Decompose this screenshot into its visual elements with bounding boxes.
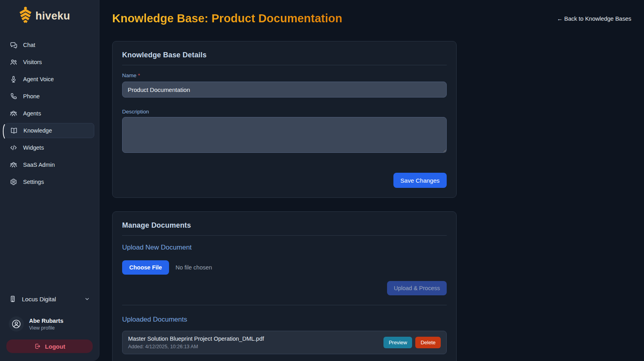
- uploaded-documents-heading: Uploaded Documents: [122, 316, 447, 324]
- sidebar-nav: Chat Visitors Agent Voic: [0, 37, 99, 191]
- no-file-chosen-text: No file chosen: [175, 264, 212, 271]
- phone-icon: [10, 92, 18, 100]
- book-open-icon: [10, 127, 18, 135]
- delete-button[interactable]: Delete: [415, 337, 441, 348]
- document-name: Master Solution Blueprint Project Operat…: [128, 336, 264, 342]
- user-profile[interactable]: Abe Rubarts View profile: [6, 316, 93, 332]
- document-row: Master Solution Blueprint Project Operat…: [122, 331, 447, 354]
- sidebar-item-label: Settings: [23, 179, 44, 185]
- back-to-knowledge-bases-link[interactable]: ← Back to Knowledge Bases: [557, 16, 631, 22]
- sidebar-item-phone[interactable]: Phone: [5, 89, 94, 104]
- sidebar-item-agents[interactable]: Agents: [5, 106, 94, 121]
- sidebar-item-visitors[interactable]: Visitors: [5, 55, 94, 70]
- document-added-date: Added: 4/12/2025, 10:26:13 AM: [128, 344, 264, 349]
- sidebar-item-chat[interactable]: Chat: [5, 37, 94, 53]
- sidebar-item-label: Knowledge: [23, 127, 52, 134]
- sidebar-item-saas-admin[interactable]: SaaS Admin: [5, 157, 94, 172]
- sidebar-item-label: Phone: [23, 93, 40, 100]
- sidebar-item-label: Widgets: [23, 144, 44, 151]
- name-label: Name *: [122, 72, 447, 78]
- gear-icon: [10, 178, 18, 186]
- hiveku-bee-logo-icon: [18, 6, 33, 25]
- description-label: Description: [122, 109, 447, 115]
- code-icon: [10, 144, 18, 152]
- chevron-down-icon: [84, 296, 90, 302]
- microphone-icon: [10, 75, 18, 83]
- app-root: hiveku Chat Visitors: [0, 0, 644, 361]
- required-marker: *: [138, 72, 140, 78]
- page-header: Knowledge Base: Product Documentation ← …: [112, 12, 631, 25]
- sidebar-item-knowledge[interactable]: Knowledge: [5, 123, 94, 138]
- sidebar-item-label: Agent Voice: [23, 76, 54, 82]
- logo: hiveku: [0, 0, 99, 28]
- kb-description-textarea[interactable]: [122, 117, 447, 153]
- divider: [122, 65, 447, 65]
- users-icon: [10, 161, 18, 169]
- upload-process-button[interactable]: Upload & Process: [387, 281, 447, 295]
- building-icon: [9, 295, 17, 303]
- sidebar-item-agent-voice[interactable]: Agent Voice: [5, 72, 94, 87]
- user-name: Abe Rubarts: [29, 318, 63, 324]
- kb-details-card: Knowledge Base Details Name * Descriptio…: [112, 41, 457, 198]
- sidebar-item-widgets[interactable]: Widgets: [5, 140, 94, 155]
- main-content: Knowledge Base: Product Documentation ← …: [99, 0, 644, 361]
- org-name: Locus Digital: [22, 296, 56, 302]
- logout-button[interactable]: Logout: [6, 340, 93, 353]
- divider: [122, 235, 447, 236]
- card-title: Knowledge Base Details: [122, 51, 447, 59]
- choose-file-button[interactable]: Choose File: [122, 260, 169, 275]
- sidebar-item-label: Visitors: [23, 59, 42, 65]
- visitors-icon: [10, 58, 18, 66]
- preview-button[interactable]: Preview: [383, 337, 412, 348]
- save-changes-button[interactable]: Save Changes: [393, 173, 447, 188]
- chat-icon: [10, 41, 18, 49]
- page-title: Knowledge Base: Product Documentation: [112, 12, 342, 25]
- org-selector[interactable]: Locus Digital: [6, 292, 93, 306]
- manage-documents-card: Manage Documents Upload New Document Cho…: [112, 211, 457, 361]
- upload-heading: Upload New Document: [122, 244, 447, 252]
- avatar: [9, 316, 24, 332]
- sidebar-item-label: Agents: [23, 110, 41, 117]
- sidebar-bottom: Locus Digital Abe Rubarts View profil: [0, 292, 99, 361]
- sidebar-item-settings[interactable]: Settings: [5, 174, 94, 189]
- active-item-bracket: [2, 123, 6, 140]
- sidebar: hiveku Chat Visitors: [0, 0, 99, 361]
- kb-name-input[interactable]: [122, 82, 447, 98]
- logout-icon: [34, 343, 41, 350]
- divider: [122, 305, 447, 305]
- card-title: Manage Documents: [122, 221, 447, 230]
- agents-icon: [10, 109, 18, 117]
- logo-text: hiveku: [35, 10, 70, 22]
- view-profile-link[interactable]: View profile: [29, 325, 63, 331]
- sidebar-item-label: Chat: [23, 42, 35, 48]
- file-picker-row: Choose File No file chosen: [122, 260, 447, 275]
- sidebar-item-label: SaaS Admin: [23, 162, 55, 168]
